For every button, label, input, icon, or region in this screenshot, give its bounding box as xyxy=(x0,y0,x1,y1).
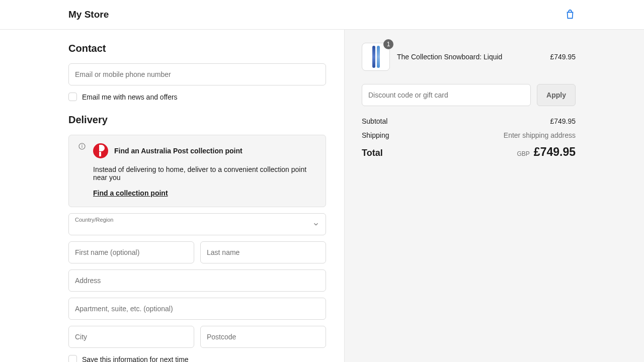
news-offers-checkbox[interactable] xyxy=(68,93,77,101)
save-info-row: Save this information for next time xyxy=(68,355,326,362)
shipping-label: Shipping xyxy=(362,131,389,139)
contact-heading: Contact xyxy=(68,43,326,54)
delivery-heading: Delivery xyxy=(68,114,326,126)
main-content: Contact Email me with news and offers De… xyxy=(0,30,644,362)
snowboard-icon xyxy=(372,46,375,68)
aus-post-desc: Instead of delivering to home, deliver t… xyxy=(93,165,316,182)
product-row: 1 The Collection Snowboard: Liquid £749.… xyxy=(362,43,576,71)
aus-post-title: Find an Australia Post collection point xyxy=(114,147,243,155)
subtotal-row: Subtotal £749.95 xyxy=(362,117,576,125)
cart-icon[interactable] xyxy=(565,9,576,20)
chevron-down-icon xyxy=(312,221,319,228)
postcode-input[interactable] xyxy=(207,333,319,341)
last-name-input[interactable] xyxy=(207,248,319,256)
postcode-wrap xyxy=(200,326,326,348)
shipping-value: Enter shipping address xyxy=(504,131,576,139)
currency-code: GBP xyxy=(517,150,530,157)
news-offers-row: Email me with news and offers xyxy=(68,93,326,101)
product-name: The Collection Snowboard: Liquid xyxy=(397,53,543,61)
save-info-label: Save this information for next time xyxy=(82,355,189,363)
product-price: £749.95 xyxy=(550,53,576,61)
address-wrap xyxy=(68,269,326,292)
country-select[interactable]: Country/Region xyxy=(68,213,326,235)
svg-point-2 xyxy=(82,145,83,145)
product-thumbnail: 1 xyxy=(362,43,390,71)
australia-post-icon xyxy=(93,143,108,158)
save-info-checkbox[interactable] xyxy=(68,355,77,362)
order-summary-column: 1 The Collection Snowboard: Liquid £749.… xyxy=(344,30,644,362)
discount-row: Apply xyxy=(362,84,576,106)
store-name: My Store xyxy=(68,9,109,20)
apply-button[interactable]: Apply xyxy=(537,84,576,106)
city-wrap xyxy=(68,326,194,348)
subtotal-value: £749.95 xyxy=(550,117,576,125)
form-column: Contact Email me with news and offers De… xyxy=(0,30,344,362)
apartment-input[interactable] xyxy=(75,305,319,313)
total-row: Total GBP £749.95 xyxy=(362,145,576,159)
country-label: Country/Region xyxy=(75,217,113,223)
aus-post-header: Find an Australia Post collection point xyxy=(78,143,316,158)
last-name-wrap xyxy=(200,241,326,263)
first-name-input[interactable] xyxy=(75,248,188,256)
discount-input[interactable] xyxy=(368,91,524,99)
email-input[interactable] xyxy=(75,70,319,78)
total-value: £749.95 xyxy=(534,145,576,159)
city-input[interactable] xyxy=(75,333,188,341)
discount-wrap xyxy=(362,84,531,106)
quantity-badge: 1 xyxy=(383,39,393,49)
aus-post-box: Find an Australia Post collection point … xyxy=(68,135,326,207)
snowboard-icon xyxy=(377,46,380,68)
find-collection-point-link[interactable]: Find a collection point xyxy=(93,189,168,197)
apartment-wrap xyxy=(68,298,326,320)
news-offers-label: Email me with news and offers xyxy=(82,93,178,101)
shipping-row: Shipping Enter shipping address xyxy=(362,131,576,139)
address-input[interactable] xyxy=(75,277,319,285)
first-name-wrap xyxy=(68,241,194,263)
email-field-wrap xyxy=(68,63,326,85)
info-icon xyxy=(78,142,86,150)
page-header: My Store xyxy=(0,0,644,30)
total-label: Total xyxy=(362,148,383,158)
subtotal-label: Subtotal xyxy=(362,117,387,125)
